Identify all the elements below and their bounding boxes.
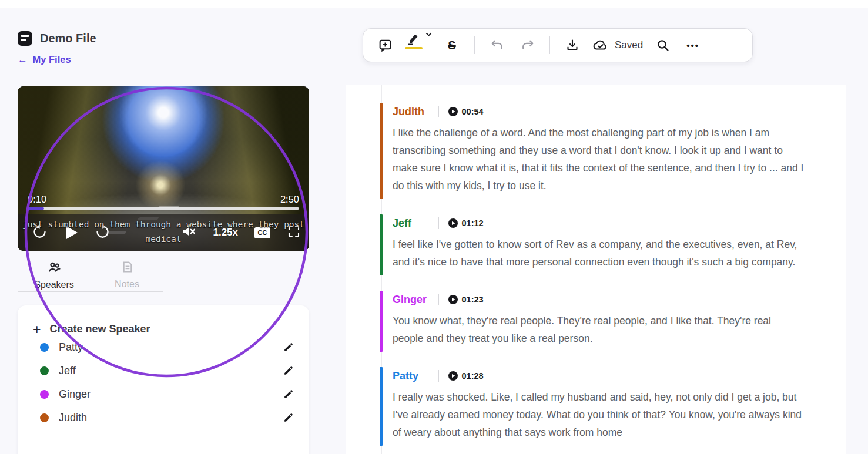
entry-timestamp: 01:12	[462, 218, 484, 228]
insert-comment-button[interactable]	[375, 32, 395, 58]
play-button[interactable]	[65, 226, 78, 239]
playback-speed-button[interactable]: 1.25x	[213, 227, 238, 238]
play-timestamp-icon	[448, 295, 458, 304]
tab-notes-label: Notes	[115, 279, 139, 290]
video-player[interactable]: 0:10 2:50	[18, 86, 309, 251]
edit-speaker-button[interactable]	[283, 365, 294, 376]
captions-icon: CC	[254, 227, 270, 238]
entry-text[interactable]: You know what, they're real people. They…	[393, 312, 804, 347]
edit-speaker-button[interactable]	[283, 389, 294, 400]
duration: 2:50	[280, 194, 299, 205]
tab-speakers[interactable]: Speakers	[18, 258, 91, 292]
transcript-editor-app: Demo File ← My Files	[0, 0, 868, 454]
timestamp-button[interactable]: 00:54	[448, 107, 484, 116]
notes-icon	[120, 260, 134, 276]
create-speaker-button[interactable]: + Create new Speaker	[33, 323, 294, 335]
forward-button[interactable]	[95, 224, 110, 242]
mute-button[interactable]	[181, 224, 196, 241]
entry-timestamp: 00:54	[462, 107, 484, 116]
speaker-color-dot	[40, 413, 49, 422]
speaker-row-judith[interactable]: Judith	[33, 406, 294, 429]
timestamp-button[interactable]: 01:28	[448, 371, 484, 381]
tab-notes[interactable]: Notes	[91, 258, 163, 292]
saved-label: Saved	[615, 39, 643, 51]
head-divider	[438, 294, 439, 305]
back-arrow-icon: ←	[18, 54, 28, 65]
undo-icon	[490, 38, 505, 53]
entry-speaker-name[interactable]: Jeff	[393, 217, 438, 230]
play-timestamp-icon	[448, 107, 458, 116]
editor-toolbar: S	[363, 28, 753, 62]
speaker-color-bar	[380, 367, 383, 446]
toolbar-divider	[474, 36, 475, 54]
undo-button[interactable]	[487, 32, 507, 58]
timestamp-button[interactable]: 01:23	[448, 295, 484, 304]
plus-icon: +	[33, 324, 41, 335]
entry-timestamp: 01:28	[462, 371, 484, 381]
speaker-row-ginger[interactable]: Ginger	[33, 382, 294, 406]
strikethrough-button[interactable]: S	[442, 32, 462, 58]
transcript-panel: Judith 00:54 I like the challenge of a w…	[346, 85, 846, 454]
timestamp-button[interactable]: 01:12	[448, 218, 484, 228]
document-icon	[18, 31, 32, 46]
play-icon	[66, 226, 78, 239]
speaker-row-patty[interactable]: Patty	[33, 335, 294, 359]
seek-bar[interactable]	[28, 207, 299, 210]
back-link-label: My Files	[33, 54, 71, 65]
seek-bar-fill	[28, 207, 44, 210]
speaker-color-dot	[40, 390, 49, 399]
transcript-entry-ginger: Ginger 01:23 You know what, they're real…	[346, 293, 846, 347]
edit-speaker-button[interactable]	[283, 412, 294, 423]
chevron-down-icon	[425, 32, 432, 37]
entry-speaker-name[interactable]: Judith	[393, 106, 438, 118]
time-row: 0:10 2:50	[18, 194, 309, 205]
play-timestamp-icon	[448, 218, 458, 228]
transcript-entry-jeff: Jeff 01:12 I feel like I've gotten to kn…	[346, 217, 846, 271]
captions-button[interactable]: CC	[254, 227, 270, 238]
fullscreen-button[interactable]	[287, 224, 301, 241]
redo-button[interactable]	[517, 32, 537, 58]
speaker-color-dot	[40, 343, 49, 352]
entry-timestamp: 01:23	[462, 295, 484, 304]
transcript-entry-judith: Judith 00:54 I like the challenge of a w…	[346, 105, 846, 194]
current-time: 0:10	[28, 194, 46, 205]
player-controls: 1.25x CC	[18, 214, 309, 251]
page-title: Demo File	[40, 32, 96, 45]
download-button[interactable]	[562, 32, 582, 58]
more-options-button[interactable]: •••	[683, 32, 703, 58]
speaker-name: Judith	[59, 412, 87, 424]
mute-icon	[181, 224, 196, 241]
speaker-name: Jeff	[59, 365, 76, 377]
speaker-name: Ginger	[59, 388, 91, 401]
entry-text[interactable]: I like the challenge of a word. And the …	[393, 124, 804, 194]
more-options-icon: •••	[686, 41, 699, 51]
entry-speaker-name[interactable]: Ginger	[393, 294, 438, 306]
tabs-baseline	[18, 291, 163, 292]
entry-text[interactable]: I really was shocked. Like, I called my …	[393, 388, 804, 441]
speaker-color-bar	[380, 291, 383, 352]
search-button[interactable]	[653, 32, 673, 58]
speaker-color-bar	[380, 103, 383, 199]
create-speaker-label: Create new Speaker	[49, 323, 150, 335]
highlighter-icon	[407, 32, 421, 45]
back-to-my-files-link[interactable]: ← My Files	[18, 54, 71, 65]
head-divider	[438, 217, 439, 229]
redo-icon	[520, 38, 535, 53]
entry-speaker-name[interactable]: Patty	[393, 370, 438, 382]
tab-speakers-label: Speakers	[34, 280, 74, 290]
transcript-entry-patty: Patty 01:28 I really was shocked. Like, …	[346, 369, 846, 441]
rewind-icon	[32, 224, 48, 242]
entry-text[interactable]: I feel like I've gotten to know sort of …	[393, 236, 804, 271]
cloud-check-icon	[592, 38, 609, 52]
toolbar-divider	[549, 36, 550, 54]
highlight-color-swatch	[405, 47, 423, 49]
save-status: Saved	[592, 32, 643, 58]
sidebar-tabs: Speakers Notes	[18, 258, 163, 292]
fullscreen-icon	[287, 224, 301, 241]
rewind-button[interactable]	[32, 224, 48, 242]
highlight-button[interactable]	[405, 32, 432, 58]
edit-speaker-button[interactable]	[283, 342, 294, 353]
speaker-row-jeff[interactable]: Jeff	[33, 359, 294, 382]
search-icon	[656, 38, 670, 52]
speaker-name: Patty	[59, 341, 83, 354]
